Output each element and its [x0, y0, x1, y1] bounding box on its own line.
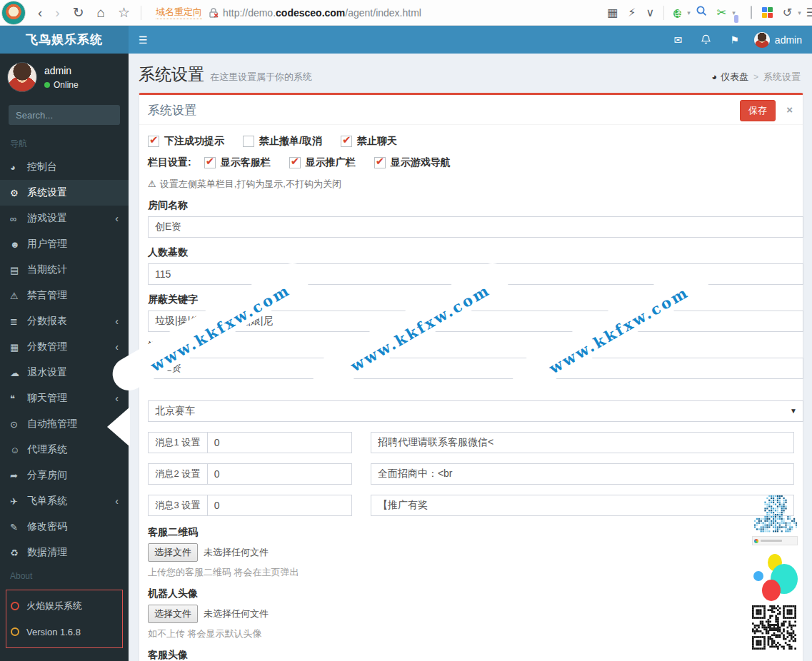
- sidebar-item-14[interactable]: ✎修改密码: [0, 514, 129, 540]
- people-base-input[interactable]: [148, 263, 803, 285]
- room-name-input[interactable]: [148, 216, 803, 238]
- service-avatar-upload: 客服头像 选择文件 未选择任何文件 如不上传 将会显示默认头像: [148, 649, 794, 661]
- notifications-bell-icon[interactable]: [691, 26, 721, 54]
- sidebar-item-4[interactable]: ▤当期统计: [0, 257, 129, 283]
- address-bar-url[interactable]: http://demo.codesceo.com/agent/index.htm…: [223, 7, 421, 19]
- menu-hint-note: ⚠设置左侧菜单栏目,打钩为显示,不打钩为关闭: [148, 178, 794, 191]
- message2-number-input[interactable]: [207, 463, 352, 485]
- sidebar-item-version[interactable]: Version 1.6.8: [11, 619, 118, 645]
- sidebar-toggle-icon[interactable]: ☰: [129, 34, 158, 46]
- checkbox-label: 禁止聊天: [357, 135, 397, 148]
- service-avatar-label: 客服头像: [148, 649, 794, 661]
- home-icon[interactable]: ⌂: [97, 0, 105, 26]
- message2-row: 消息2 设置: [148, 463, 794, 485]
- toggle-checkbox-1[interactable]: 禁止撤单/取消: [243, 135, 322, 148]
- menu-item-icon: ⊙: [10, 419, 27, 430]
- undo-caret-icon[interactable]: ▾: [798, 9, 801, 16]
- sidebar-user-panel: admin Online: [0, 54, 129, 101]
- column-checkbox-2[interactable]: 显示游戏导航: [374, 156, 451, 169]
- translate-caret-icon[interactable]: ▾: [687, 9, 691, 16]
- checkbox-label: 显示推广栏: [306, 156, 356, 169]
- about-box: 火焰娱乐系统 Version 1.6.8: [6, 590, 123, 648]
- file-status: 未选择任何文件: [204, 607, 269, 620]
- sidebar-item-10[interactable]: ⊙自动拖管理‹: [0, 411, 129, 437]
- sidebar-item-3[interactable]: ☻用户管理: [0, 231, 129, 257]
- toggle-checkbox-2[interactable]: 禁止聊天: [341, 135, 397, 148]
- chevron-down-icon[interactable]: ∨: [646, 0, 655, 26]
- domain-redirect-label[interactable]: 域名重定向: [156, 6, 202, 19]
- breadcrumb-home[interactable]: 仪表盘: [721, 71, 748, 84]
- checkbox-label: 下注成功提示: [164, 135, 224, 148]
- translate-icon[interactable]: 译: [673, 0, 681, 26]
- toolbar-divider: [141, 6, 141, 20]
- blocked-keywords-input[interactable]: [148, 311, 803, 332]
- sidebar-item-15[interactable]: ♻数据清理: [0, 540, 129, 565]
- sidebar-item-12[interactable]: ➦分享房间: [0, 463, 129, 488]
- sidebar-search-input[interactable]: [9, 105, 149, 125]
- back-icon[interactable]: ‹: [38, 0, 42, 26]
- grid-outline-icon[interactable]: [751, 0, 752, 26]
- sidebar-item-13[interactable]: ✈飞单系统‹: [0, 488, 129, 514]
- sidebar-item-system-name[interactable]: 火焰娱乐系统: [11, 593, 118, 619]
- sidebar-item-9[interactable]: ❝聊天管理‹: [0, 385, 129, 411]
- sidebar-item-0[interactable]: ◕控制台: [0, 154, 129, 180]
- warning-icon: ⚠: [148, 178, 156, 189]
- scissors-icon[interactable]: ✂: [717, 0, 726, 26]
- lightning-icon[interactable]: ⚡: [628, 0, 636, 26]
- tasks-flag-icon[interactable]: ⚑: [721, 26, 748, 54]
- checked-checkbox-icon[interactable]: [374, 157, 386, 168]
- menu-item-icon: ☁: [10, 368, 27, 378]
- apps-grid-icon[interactable]: [762, 7, 773, 18]
- undo-icon[interactable]: ↺: [783, 0, 792, 26]
- dashboard-icon: ◕: [711, 71, 717, 82]
- menu-item-icon: ✈: [10, 496, 27, 507]
- checked-checkbox-icon[interactable]: [204, 157, 216, 168]
- qr-code-icon[interactable]: ▦: [607, 0, 618, 26]
- sidebar-item-2[interactable]: ∞游戏设置‹: [0, 206, 129, 231]
- bookmark-star-icon[interactable]: ☆: [118, 0, 130, 26]
- toggle-checkbox-0[interactable]: 下注成功提示: [148, 135, 224, 148]
- game-select[interactable]: 北京赛车 ▼: [148, 400, 803, 422]
- sidebar-item-8[interactable]: ☁退水设置: [0, 360, 129, 385]
- choose-file-button[interactable]: 选择文件: [148, 543, 198, 562]
- column-checkbox-0[interactable]: 显示客服栏: [204, 156, 271, 169]
- menu-item-label: 退水设置: [27, 366, 67, 379]
- brand-logo[interactable]: 飞鸟娱乐系统: [0, 26, 129, 54]
- browser-menu-icon[interactable]: ☰: [806, 0, 812, 26]
- menu-item-label: 当期统计: [27, 263, 67, 276]
- menu-item-icon: ♻: [10, 548, 27, 558]
- sidebar-item-7[interactable]: ▦分数管理‹: [0, 334, 129, 360]
- save-button[interactable]: 保存: [740, 100, 776, 121]
- message2-text-input[interactable]: [371, 463, 794, 485]
- menu-item-icon: ✎: [10, 522, 27, 533]
- user-menu[interactable]: admin: [748, 32, 812, 48]
- refresh-icon[interactable]: ↻: [73, 0, 84, 26]
- sidebar-item-5[interactable]: ⚠禁言管理: [0, 283, 129, 308]
- checkbox-label: 显示客服栏: [221, 156, 271, 169]
- checked-checkbox-icon[interactable]: [289, 157, 301, 168]
- checked-checkbox-icon[interactable]: [148, 136, 159, 147]
- column-checkbox-1[interactable]: 显示推广栏: [289, 156, 356, 169]
- sidebar-item-6[interactable]: ≣分数报表‹: [0, 308, 129, 334]
- file-status: 未选择任何文件: [204, 546, 269, 559]
- close-icon[interactable]: ×: [786, 104, 793, 116]
- forward-icon[interactable]: ›: [55, 0, 59, 26]
- checked-checkbox-icon[interactable]: [341, 136, 352, 147]
- sidebar-user-name: admin: [44, 65, 79, 76]
- message3-number-input[interactable]: [207, 495, 352, 516]
- message3-text-input[interactable]: [371, 495, 794, 516]
- message1-number-input[interactable]: [207, 432, 352, 453]
- unchecked-checkbox-icon[interactable]: [243, 136, 254, 147]
- robot-avatar-preview-image: [753, 554, 798, 598]
- message1-text-input[interactable]: [371, 432, 794, 453]
- video-text-input[interactable]: [148, 358, 803, 379]
- sidebar-item-11[interactable]: ☺代理系统: [0, 437, 129, 463]
- choose-file-button[interactable]: 选择文件: [148, 605, 198, 623]
- messages-mail-icon[interactable]: ✉: [665, 26, 692, 54]
- insecure-lock-icon[interactable]: [208, 7, 219, 19]
- search-magnifier-icon[interactable]: [696, 0, 707, 26]
- menu-item-icon: ⚙: [10, 188, 27, 198]
- menu-item-icon: ❝: [10, 393, 27, 404]
- menu-item-icon: ∞: [10, 213, 27, 224]
- sidebar-item-1[interactable]: ⚙系统设置: [0, 180, 129, 206]
